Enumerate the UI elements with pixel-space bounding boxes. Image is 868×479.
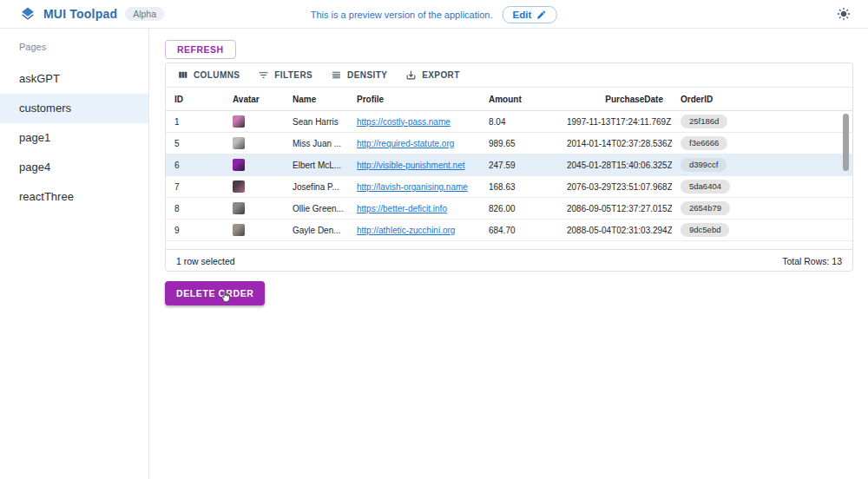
cell-order-id: 5da6404 <box>672 180 772 194</box>
toolbar-button-label: DENSITY <box>347 70 387 80</box>
column-header-name[interactable]: Name <box>284 95 348 104</box>
column-header-id[interactable]: ID <box>166 95 224 104</box>
density-icon <box>331 69 342 81</box>
delete-order-label: DELETE ORDER <box>176 288 253 299</box>
cell-id: 9 <box>166 226 224 235</box>
cell-amount: 826.00 <box>480 204 558 213</box>
profile-link[interactable]: https://costly-pass.name <box>357 117 450 127</box>
cell-amount: 684.70 <box>480 226 558 235</box>
sidebar-nav: askGPTcustomerspage1page4reactThree <box>0 64 148 212</box>
cell-order-id: f3e6666 <box>672 136 772 150</box>
profile-link[interactable]: https://better-deficit.info <box>357 204 447 213</box>
cell-avatar <box>224 224 284 236</box>
sidebar-item-reactThree[interactable]: reactThree <box>0 182 148 212</box>
cell-id: 6 <box>166 161 224 170</box>
column-header-profile[interactable]: Profile <box>348 95 480 104</box>
sidebar-item-askGPT[interactable]: askGPT <box>0 64 148 94</box>
table-row[interactable]: 7Josefina P...http://lavish-organising.n… <box>166 176 852 198</box>
cell-purchase-date: 2076-03-29T23:51:07.968Z <box>558 182 672 192</box>
avatar <box>233 224 245 236</box>
topbar: MUI Toolpad Alpha This is a preview vers… <box>0 0 868 29</box>
theme-toggle-button[interactable] <box>833 3 854 24</box>
grid-vertical-scrollbar[interactable] <box>843 114 849 171</box>
order-id-chip: 9dc5ebd <box>681 223 729 237</box>
column-header-avatar[interactable]: Avatar <box>224 95 284 104</box>
column-header-purchase_date[interactable]: PurchaseDate <box>558 95 672 104</box>
cell-amount: 989.65 <box>480 139 558 148</box>
cell-purchase-date: 2088-05-04T02:31:03.294Z <box>558 226 672 235</box>
grid-header-row: IDAvatarNameProfileAmountPurchaseDateOrd… <box>166 88 852 111</box>
edit-button[interactable]: Edit <box>502 6 557 23</box>
cell-order-id: d399ccf <box>672 158 772 172</box>
cell-profile: http://visible-punishment.net <box>348 161 480 170</box>
column-header-order_id[interactable]: OrderID <box>672 95 772 104</box>
cell-purchase-date: 2086-09-05T12:37:27.015Z <box>558 204 672 213</box>
profile-link[interactable]: http://lavish-organising.name <box>357 182 468 192</box>
toolbar-button-label: FILTERS <box>274 70 312 80</box>
cell-avatar <box>224 115 284 128</box>
cell-name: Sean Harris <box>284 117 348 127</box>
table-row[interactable]: 9Gayle Den...http://athletic-zucchini.or… <box>166 220 852 241</box>
cell-amount: 247.59 <box>480 161 558 170</box>
brand: MUI Toolpad Alpha <box>20 6 164 22</box>
profile-link[interactable]: http://visible-punishment.net <box>357 161 465 170</box>
cell-order-id: 25f186d <box>672 115 772 128</box>
cell-name: Elbert McL... <box>284 161 348 170</box>
cell-id: 1 <box>166 117 224 127</box>
export-button[interactable]: EXPORT <box>398 67 467 83</box>
cell-purchase-date: 2014-01-14T02:37:28.536Z <box>558 139 672 148</box>
version-badge: Alpha <box>125 7 164 21</box>
cell-name: Ollie Green... <box>284 204 348 213</box>
pencil-icon <box>536 10 547 20</box>
preview-banner: This is a preview version of the applica… <box>311 0 557 29</box>
cell-name: Miss Juan ... <box>284 139 348 148</box>
avatar <box>233 137 245 149</box>
cell-purchase-date: 1997-11-13T17:24:11.769Z <box>558 117 672 127</box>
cell-avatar <box>224 202 284 214</box>
cell-profile: http://required-statute.org <box>348 139 480 148</box>
edit-button-label: Edit <box>512 10 531 20</box>
mui-toolpad-logo-icon <box>20 6 36 22</box>
avatar <box>233 115 245 128</box>
toolbar-button-label: COLUMNS <box>194 70 240 80</box>
preview-text: This is a preview version of the applica… <box>311 10 493 20</box>
cell-profile: http://athletic-zucchini.org <box>348 226 480 235</box>
selection-status: 1 row selected <box>176 256 235 266</box>
filters-button[interactable]: FILTERS <box>251 67 319 83</box>
table-row[interactable]: 8Ollie Green...https://better-deficit.in… <box>166 198 852 220</box>
app-window: MUI Toolpad Alpha This is a preview vers… <box>0 0 868 479</box>
delete-order-button[interactable]: DELETE ORDER <box>165 281 265 305</box>
table-row[interactable]: 6Elbert McL...http://visible-punishment.… <box>166 154 852 176</box>
sidebar-heading: Pages <box>0 36 148 64</box>
refresh-button[interactable]: REFRESH <box>165 40 236 59</box>
sun-icon <box>837 7 851 21</box>
cell-id: 5 <box>166 139 224 148</box>
cell-profile: https://costly-pass.name <box>348 117 480 127</box>
table-row[interactable]: 1Sean Harrishttps://costly-pass.name8.04… <box>166 111 852 133</box>
export-icon <box>405 69 417 81</box>
order-id-chip: d399ccf <box>681 158 727 172</box>
table-row[interactable]: 5Miss Juan ...http://required-statute.or… <box>166 133 852 154</box>
avatar <box>233 180 245 193</box>
cell-order-id: 9dc5ebd <box>672 223 772 237</box>
sidebar: Pages askGPTcustomerspage1page4reactThre… <box>0 29 149 479</box>
toolbar-button-label: EXPORT <box>422 70 460 80</box>
cell-avatar <box>224 180 284 193</box>
sidebar-item-customers[interactable]: customers <box>0 94 148 123</box>
cell-name: Josefina P... <box>284 182 348 192</box>
grid-footer: 1 row selected Total Rows: 13 <box>166 249 852 272</box>
cell-profile: https://better-deficit.info <box>348 204 480 213</box>
cell-order-id: 2654b79 <box>672 201 772 215</box>
cell-avatar <box>224 137 284 149</box>
profile-link[interactable]: http://required-statute.org <box>357 139 454 148</box>
column-header-amount[interactable]: Amount <box>480 95 558 104</box>
sidebar-item-page1[interactable]: page1 <box>0 123 148 153</box>
total-rows: Total Rows: 13 <box>782 256 842 266</box>
data-grid-panel: COLUMNSFILTERSDENSITYEXPORT IDAvatarName… <box>165 62 853 272</box>
main-content: REFRESH COLUMNSFILTERSDENSITYEXPORT IDAv… <box>149 29 868 479</box>
columns-icon <box>177 69 188 81</box>
columns-button[interactable]: COLUMNS <box>170 67 247 83</box>
density-button[interactable]: DENSITY <box>324 67 394 83</box>
profile-link[interactable]: http://athletic-zucchini.org <box>357 226 455 235</box>
sidebar-item-page4[interactable]: page4 <box>0 153 148 182</box>
